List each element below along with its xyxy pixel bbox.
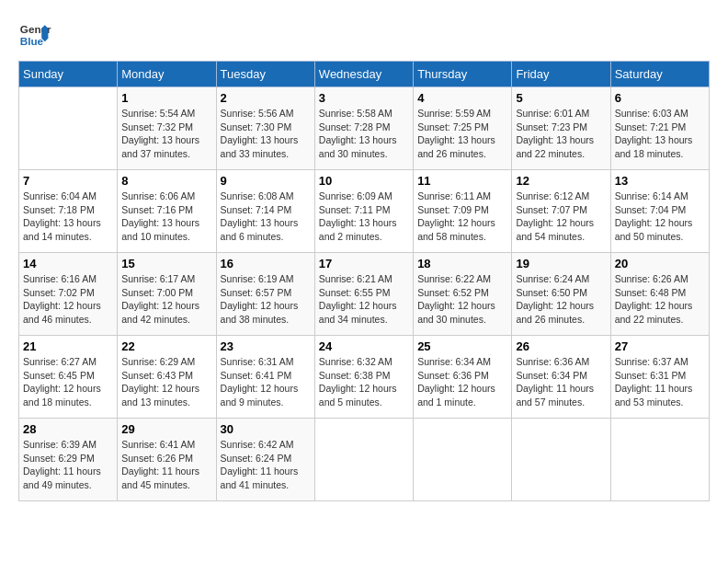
day-number: 14 <box>23 257 113 270</box>
day-header-saturday: Saturday <box>610 62 709 87</box>
calendar-week-1: 1Sunrise: 5:54 AMSunset: 7:32 PMDaylight… <box>19 87 710 170</box>
day-info: Sunrise: 6:08 AMSunset: 7:14 PMDaylight:… <box>221 190 311 244</box>
calendar-cell: 24Sunrise: 6:32 AMSunset: 6:38 PMDayligh… <box>314 336 413 419</box>
day-number: 20 <box>615 257 705 270</box>
day-number: 8 <box>121 174 211 188</box>
day-number: 17 <box>319 257 409 270</box>
calendar-week-2: 7Sunrise: 6:04 AMSunset: 7:18 PMDaylight… <box>19 170 710 253</box>
calendar-cell: 3Sunrise: 5:58 AMSunset: 7:28 PMDaylight… <box>314 87 413 170</box>
day-info: Sunrise: 6:01 AMSunset: 7:23 PMDaylight:… <box>516 107 606 161</box>
day-number: 23 <box>221 339 311 353</box>
calendar-week-3: 14Sunrise: 6:16 AMSunset: 7:02 PMDayligh… <box>19 253 710 336</box>
calendar-week-5: 28Sunrise: 6:39 AMSunset: 6:29 PMDayligh… <box>19 419 710 501</box>
calendar-cell: 4Sunrise: 5:59 AMSunset: 7:25 PMDaylight… <box>414 87 512 170</box>
day-header-monday: Monday <box>118 62 216 87</box>
calendar-cell: 1Sunrise: 5:54 AMSunset: 7:32 PMDaylight… <box>118 87 216 170</box>
calendar-cell: 5Sunrise: 6:01 AMSunset: 7:23 PMDaylight… <box>512 87 610 170</box>
day-number: 6 <box>615 91 705 105</box>
day-info: Sunrise: 6:42 AMSunset: 6:24 PMDaylight:… <box>221 438 311 492</box>
calendar-cell: 25Sunrise: 6:34 AMSunset: 6:36 PMDayligh… <box>414 336 512 419</box>
calendar-cell: 28Sunrise: 6:39 AMSunset: 6:29 PMDayligh… <box>19 419 118 501</box>
day-info: Sunrise: 6:32 AMSunset: 6:38 PMDaylight:… <box>319 355 409 409</box>
day-info: Sunrise: 6:24 AMSunset: 6:50 PMDaylight:… <box>516 272 606 327</box>
calendar-cell: 21Sunrise: 6:27 AMSunset: 6:45 PMDayligh… <box>19 336 118 419</box>
day-info: Sunrise: 6:03 AMSunset: 7:21 PMDaylight:… <box>615 107 705 161</box>
day-number: 27 <box>615 339 705 353</box>
day-info: Sunrise: 5:58 AMSunset: 7:28 PMDaylight:… <box>319 107 409 161</box>
calendar-cell: 11Sunrise: 6:11 AMSunset: 7:09 PMDayligh… <box>414 170 512 253</box>
day-number: 28 <box>23 422 113 436</box>
calendar-cell: 26Sunrise: 6:36 AMSunset: 6:34 PMDayligh… <box>512 336 610 419</box>
day-number: 3 <box>319 91 409 105</box>
calendar-cell: 2Sunrise: 5:56 AMSunset: 7:30 PMDaylight… <box>216 87 314 170</box>
day-info: Sunrise: 5:56 AMSunset: 7:30 PMDaylight:… <box>221 107 311 161</box>
calendar-cell: 9Sunrise: 6:08 AMSunset: 7:14 PMDaylight… <box>216 170 314 253</box>
calendar-cell: 22Sunrise: 6:29 AMSunset: 6:43 PMDayligh… <box>118 336 216 419</box>
day-number: 24 <box>319 339 409 353</box>
calendar-body: 1Sunrise: 5:54 AMSunset: 7:32 PMDaylight… <box>19 87 710 501</box>
page-header: General Blue <box>18 18 710 52</box>
day-info: Sunrise: 6:31 AMSunset: 6:41 PMDaylight:… <box>221 355 311 409</box>
day-number: 12 <box>516 174 606 188</box>
calendar-header-row: SundayMondayTuesdayWednesdayThursdayFrid… <box>19 62 710 87</box>
day-header-tuesday: Tuesday <box>216 62 314 87</box>
calendar-cell: 13Sunrise: 6:14 AMSunset: 7:04 PMDayligh… <box>610 170 709 253</box>
day-info: Sunrise: 6:22 AMSunset: 6:52 PMDaylight:… <box>417 272 507 327</box>
day-number: 19 <box>516 257 606 270</box>
day-header-sunday: Sunday <box>19 62 118 87</box>
day-info: Sunrise: 6:39 AMSunset: 6:29 PMDaylight:… <box>23 438 113 492</box>
day-info: Sunrise: 6:19 AMSunset: 6:57 PMDaylight:… <box>221 272 311 327</box>
calendar-cell: 27Sunrise: 6:37 AMSunset: 6:31 PMDayligh… <box>610 336 709 419</box>
day-info: Sunrise: 6:29 AMSunset: 6:43 PMDaylight:… <box>121 355 211 409</box>
day-info: Sunrise: 5:59 AMSunset: 7:25 PMDaylight:… <box>417 107 507 161</box>
day-header-thursday: Thursday <box>414 62 512 87</box>
day-info: Sunrise: 6:41 AMSunset: 6:26 PMDaylight:… <box>121 438 211 492</box>
day-number: 26 <box>516 339 606 353</box>
calendar-cell: 30Sunrise: 6:42 AMSunset: 6:24 PMDayligh… <box>216 419 314 501</box>
day-info: Sunrise: 6:11 AMSunset: 7:09 PMDaylight:… <box>417 190 507 244</box>
calendar-cell: 10Sunrise: 6:09 AMSunset: 7:11 PMDayligh… <box>314 170 413 253</box>
day-info: Sunrise: 6:14 AMSunset: 7:04 PMDaylight:… <box>615 190 705 244</box>
day-info: Sunrise: 6:09 AMSunset: 7:11 PMDaylight:… <box>319 190 409 244</box>
day-info: Sunrise: 6:16 AMSunset: 7:02 PMDaylight:… <box>23 272 113 327</box>
day-number: 5 <box>516 91 606 105</box>
day-info: Sunrise: 5:54 AMSunset: 7:32 PMDaylight:… <box>121 107 211 161</box>
calendar-cell <box>610 419 709 501</box>
calendar-cell: 14Sunrise: 6:16 AMSunset: 7:02 PMDayligh… <box>19 253 118 336</box>
day-number: 15 <box>121 257 211 270</box>
calendar-cell: 16Sunrise: 6:19 AMSunset: 6:57 PMDayligh… <box>216 253 314 336</box>
day-number: 29 <box>121 422 211 436</box>
day-number: 4 <box>417 91 507 105</box>
calendar-cell: 12Sunrise: 6:12 AMSunset: 7:07 PMDayligh… <box>512 170 610 253</box>
day-number: 25 <box>417 339 507 353</box>
calendar-table: SundayMondayTuesdayWednesdayThursdayFrid… <box>18 61 710 501</box>
calendar-cell: 29Sunrise: 6:41 AMSunset: 6:26 PMDayligh… <box>118 419 216 501</box>
calendar-week-4: 21Sunrise: 6:27 AMSunset: 6:45 PMDayligh… <box>19 336 710 419</box>
calendar-cell: 17Sunrise: 6:21 AMSunset: 6:55 PMDayligh… <box>314 253 413 336</box>
day-number: 9 <box>221 174 311 188</box>
day-number: 18 <box>417 257 507 270</box>
day-number: 11 <box>417 174 507 188</box>
calendar-cell <box>314 419 413 501</box>
calendar-cell: 6Sunrise: 6:03 AMSunset: 7:21 PMDaylight… <box>610 87 709 170</box>
day-info: Sunrise: 6:04 AMSunset: 7:18 PMDaylight:… <box>23 190 113 244</box>
day-info: Sunrise: 6:34 AMSunset: 6:36 PMDaylight:… <box>417 355 507 409</box>
svg-text:Blue: Blue <box>20 35 44 47</box>
calendar-cell: 18Sunrise: 6:22 AMSunset: 6:52 PMDayligh… <box>414 253 512 336</box>
day-number: 16 <box>221 257 311 270</box>
day-number: 1 <box>121 91 211 105</box>
calendar-cell: 15Sunrise: 6:17 AMSunset: 7:00 PMDayligh… <box>118 253 216 336</box>
day-number: 30 <box>221 422 311 436</box>
calendar-cell: 23Sunrise: 6:31 AMSunset: 6:41 PMDayligh… <box>216 336 314 419</box>
day-header-wednesday: Wednesday <box>314 62 413 87</box>
logo-icon: General Blue <box>18 18 51 52</box>
calendar-cell: 20Sunrise: 6:26 AMSunset: 6:48 PMDayligh… <box>610 253 709 336</box>
day-number: 7 <box>23 174 113 188</box>
day-info: Sunrise: 6:12 AMSunset: 7:07 PMDaylight:… <box>516 190 606 244</box>
day-number: 2 <box>221 91 311 105</box>
day-info: Sunrise: 6:26 AMSunset: 6:48 PMDaylight:… <box>615 272 705 327</box>
calendar-cell <box>19 87 118 170</box>
calendar-cell <box>414 419 512 501</box>
calendar-cell <box>512 419 610 501</box>
day-number: 10 <box>319 174 409 188</box>
